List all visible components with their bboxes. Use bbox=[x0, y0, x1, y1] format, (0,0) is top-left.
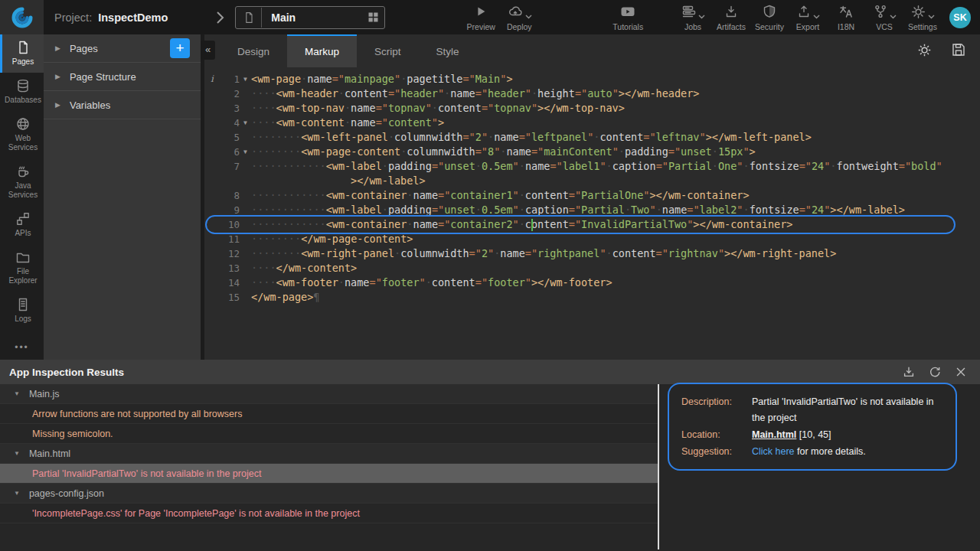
tab-script[interactable]: Script bbox=[357, 34, 419, 67]
code-line-error-highlighted[interactable]: 10············<wm-container·name="contai… bbox=[204, 217, 980, 232]
code-line[interactable]: 5········<wm-left-panel·columnwidth="2"·… bbox=[204, 130, 980, 145]
code-line[interactable]: ></wm-label> bbox=[204, 174, 980, 188]
add-page-button[interactable]: + bbox=[170, 38, 190, 58]
collapse-panel-button[interactable]: « bbox=[201, 41, 215, 60]
deploy-button[interactable]: Deploy bbox=[501, 3, 537, 31]
inspection-result-row[interactable]: Partial 'InvalidPartialTwo' is not avail… bbox=[0, 464, 658, 484]
page-selector[interactable]: Main bbox=[235, 6, 385, 29]
gutter-annotation bbox=[204, 232, 220, 246]
code-line[interactable]: i1▼<wm-page·name="mainpage"·pagetitle="M… bbox=[204, 72, 980, 86]
preview-button[interactable]: Preview bbox=[463, 3, 498, 31]
avatar[interactable]: SK bbox=[949, 7, 971, 28]
action-label: Preview bbox=[467, 22, 495, 31]
code-line[interactable]: 14····<wm-footer·name="footer"·content="… bbox=[204, 276, 980, 290]
location-file-link[interactable]: Main.html bbox=[752, 429, 796, 440]
play-icon bbox=[474, 5, 488, 18]
grid-icon[interactable] bbox=[361, 11, 384, 23]
download-report-icon[interactable] bbox=[902, 365, 916, 379]
export-button[interactable]: Export bbox=[790, 3, 825, 31]
code-text: ············<wm-label·padding="unset·0.5… bbox=[251, 159, 980, 174]
jobs-button[interactable]: Jobs bbox=[675, 3, 710, 31]
collapse-triangle-icon[interactable]: ▼ bbox=[14, 390, 20, 397]
explorer-section-variables[interactable]: ▶Variables bbox=[44, 91, 201, 119]
fold-caret-icon[interactable]: ▼ bbox=[240, 72, 251, 86]
sidebar-item-web-services[interactable]: Web Services bbox=[0, 111, 44, 158]
sidebar-item-logs[interactable]: Logs bbox=[0, 292, 44, 330]
explorer-section-pages[interactable]: ▶Pages+ bbox=[44, 34, 201, 63]
collapse-triangle-icon[interactable]: ▼ bbox=[14, 450, 20, 457]
location-label: Location: bbox=[681, 427, 752, 443]
explorer-panel: ▶Pages+▶Page Structure▶Variables bbox=[44, 34, 201, 360]
inspection-result-row[interactable]: Missing semicolon. bbox=[0, 424, 658, 444]
sidebar-item-label: Java Services bbox=[3, 181, 43, 200]
database-icon bbox=[15, 78, 31, 93]
code-line[interactable]: 15</wm-page>¶ bbox=[204, 290, 980, 305]
code-line[interactable]: 11········</wm-page-content> bbox=[204, 232, 980, 246]
expand-arrow-icon[interactable]: ▶ bbox=[55, 101, 60, 109]
gutter-annotation bbox=[204, 246, 220, 261]
save-icon[interactable] bbox=[951, 42, 966, 58]
project-name: InspectDemo bbox=[98, 11, 168, 24]
explorer-section-page-structure[interactable]: ▶Page Structure bbox=[44, 63, 201, 91]
code-line[interactable]: 9············<wm-label·padding="unset·0.… bbox=[204, 203, 980, 217]
close-icon[interactable] bbox=[954, 365, 968, 379]
sidebar-more-button[interactable]: ••• bbox=[0, 342, 44, 353]
fold-caret-icon[interactable]: ▼ bbox=[240, 145, 251, 159]
code-line[interactable]: 4▼····<wm-content·name="content"> bbox=[204, 116, 980, 130]
page-icon bbox=[15, 40, 31, 55]
code-line[interactable]: 6▼········<wm-page-content·columnwidth="… bbox=[204, 145, 980, 159]
markup-code-editor[interactable]: i1▼<wm-page·name="mainpage"·pagetitle="M… bbox=[204, 67, 980, 305]
code-line[interactable]: 12········<wm-right-panel·columnwidth="2… bbox=[204, 246, 980, 261]
inspection-result-row[interactable]: 'IncompletePage.css' for Page 'Incomplet… bbox=[0, 504, 658, 523]
inspection-result-row[interactable]: Arrow functions are not supported by all… bbox=[0, 404, 658, 424]
tutorials-button[interactable]: Tutorials bbox=[610, 3, 645, 31]
fold-caret-icon[interactable]: ▼ bbox=[240, 116, 251, 130]
artifacts-button[interactable]: Artifacts bbox=[714, 3, 749, 31]
security-button[interactable]: Security bbox=[752, 3, 787, 31]
inspection-group-main-js[interactable]: ▼Main.js bbox=[0, 384, 658, 404]
code-line[interactable]: 7············<wm-label·padding="unset·0.… bbox=[204, 159, 980, 174]
inspection-header: App Inspection Results bbox=[0, 360, 980, 384]
refresh-icon[interactable] bbox=[928, 365, 942, 379]
sidebar-item-java-services[interactable]: Java Services bbox=[0, 158, 44, 206]
fold-gutter bbox=[240, 188, 251, 203]
fold-gutter bbox=[240, 261, 251, 276]
topbar: Project: InspectDemo Main PreviewDeploy … bbox=[0, 0, 980, 34]
inspection-group-main-html[interactable]: ▼Main.html bbox=[0, 444, 658, 464]
expand-arrow-icon[interactable]: ▶ bbox=[55, 73, 60, 80]
wavemaker-logo[interactable] bbox=[0, 0, 44, 34]
result-message: Arrow functions are not supported by all… bbox=[32, 409, 242, 419]
chevron-down-icon bbox=[813, 15, 820, 19]
tab-style[interactable]: Style bbox=[419, 34, 477, 67]
editor-area: DesignMarkupScriptStyle i1▼<wm-page·name… bbox=[201, 34, 980, 360]
i18n-button[interactable]: I18N bbox=[828, 3, 864, 31]
sidebar-item-pages[interactable]: Pages bbox=[0, 34, 44, 73]
description-text: Partial 'InvalidPartialTwo' is not avail… bbox=[752, 394, 943, 426]
suggestion-rest: for more details. bbox=[797, 446, 866, 457]
sidebar-item-databases[interactable]: Databases bbox=[0, 73, 44, 111]
vcs-button[interactable]: VCS bbox=[867, 3, 902, 31]
sidebar-item-file-explorer[interactable]: File Explorer bbox=[0, 244, 44, 292]
tab-design[interactable]: Design bbox=[220, 34, 287, 67]
code-line[interactable]: 8············<wm-container·name="contain… bbox=[204, 188, 980, 203]
panel-divider bbox=[658, 384, 659, 549]
action-label: VCS bbox=[876, 22, 893, 31]
settings-button[interactable]: Settings bbox=[905, 3, 940, 31]
line-number: 3 bbox=[220, 101, 240, 116]
click-here-link[interactable]: Click here bbox=[752, 446, 795, 457]
line-number: 14 bbox=[220, 276, 240, 290]
gutter-annotation bbox=[204, 290, 220, 305]
markup-settings-gear-icon[interactable] bbox=[916, 42, 933, 58]
inspection-group-pages-config-json[interactable]: ▼pages-config.json bbox=[0, 484, 658, 504]
line-number: 11 bbox=[220, 232, 240, 246]
tab-markup[interactable]: Markup bbox=[287, 34, 357, 67]
fold-gutter bbox=[240, 159, 251, 174]
location-position: [10, 45] bbox=[799, 429, 831, 440]
group-file-name: Main.js bbox=[29, 389, 60, 399]
sidebar-item-apis[interactable]: APIs bbox=[0, 206, 44, 244]
code-line[interactable]: 13····</wm-content> bbox=[204, 261, 980, 276]
code-line[interactable]: 3····<wm-top-nav·name="topnav"·content="… bbox=[204, 101, 980, 116]
collapse-triangle-icon[interactable]: ▼ bbox=[14, 490, 20, 497]
expand-arrow-icon[interactable]: ▶ bbox=[55, 44, 60, 52]
code-line[interactable]: 2····<wm-header·content="header"·name="h… bbox=[204, 86, 980, 101]
